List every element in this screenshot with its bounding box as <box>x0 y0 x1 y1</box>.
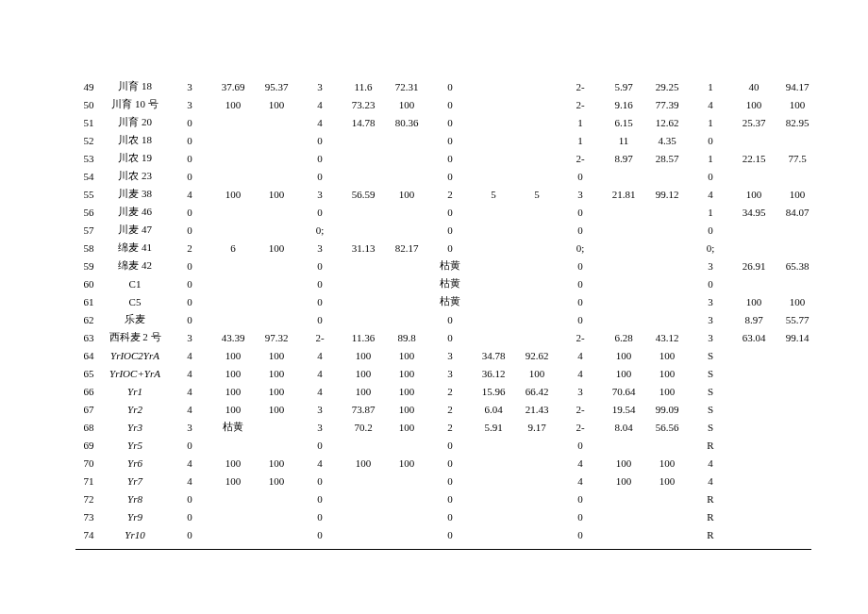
cell: 4 <box>689 185 732 203</box>
cell <box>776 490 819 507</box>
cell: 2- <box>559 418 602 436</box>
cell <box>776 418 819 436</box>
row-name: Yr6 <box>102 454 168 472</box>
cell: 19.54 <box>602 400 645 418</box>
cell: 100 <box>255 400 298 418</box>
cell: 100 <box>385 185 428 203</box>
row-name: YrIOC+YrA <box>102 364 168 382</box>
cell <box>645 490 689 507</box>
cell: 2- <box>559 400 602 418</box>
cell: 0 <box>428 221 472 239</box>
row-name: 绵麦 42 <box>102 257 168 274</box>
cell: 5.91 <box>472 418 515 436</box>
cell <box>385 149 428 167</box>
cell <box>385 274 428 292</box>
cell <box>515 131 559 149</box>
cell: 94.17 <box>776 77 819 95</box>
cell: 0 <box>298 149 342 167</box>
row-index: 49 <box>75 77 102 95</box>
cell: 2 <box>168 239 211 257</box>
cell <box>515 77 559 95</box>
cell: 100 <box>342 454 385 472</box>
cell: 3 <box>298 185 342 203</box>
cell: 4 <box>298 382 342 400</box>
cell: 4 <box>298 364 342 382</box>
row-name: 乐麦 <box>102 310 168 328</box>
cell: 2- <box>298 328 342 346</box>
cell: 3 <box>428 346 472 364</box>
cell <box>776 400 819 418</box>
cell <box>776 525 819 543</box>
cell: 4 <box>559 472 602 490</box>
row-index: 55 <box>75 185 102 203</box>
cell: 1 <box>689 149 732 167</box>
cell: 11 <box>602 131 645 149</box>
cell: 2- <box>559 328 602 346</box>
cell: 100 <box>255 346 298 364</box>
row-name: Yr1 <box>102 382 168 400</box>
cell <box>342 149 385 167</box>
cell <box>645 525 689 543</box>
row-name: C5 <box>102 292 168 310</box>
cell <box>732 274 776 292</box>
cell <box>776 364 819 382</box>
cell: 0 <box>168 436 211 454</box>
cell <box>776 221 819 239</box>
cell <box>732 418 776 436</box>
cell: 2- <box>559 149 602 167</box>
table-row: 55川麦 384100100356.59100255321.8199.12410… <box>75 185 819 203</box>
cell <box>472 310 515 328</box>
cell: 100 <box>255 364 298 382</box>
cell: 4 <box>689 95 732 113</box>
cell: 0 <box>168 203 211 221</box>
row-name: 川育 20 <box>102 113 168 131</box>
cell <box>255 507 298 525</box>
cell: 82.17 <box>385 239 428 257</box>
cell: 2 <box>428 382 472 400</box>
cell <box>602 203 645 221</box>
cell: 26.91 <box>732 257 776 274</box>
cell: 100 <box>255 239 298 257</box>
cell: 63.04 <box>732 328 776 346</box>
cell: 100 <box>211 346 255 364</box>
cell <box>211 149 255 167</box>
cell: S <box>689 364 732 382</box>
cell <box>732 239 776 257</box>
cell: 0 <box>428 328 472 346</box>
cell <box>602 310 645 328</box>
cell: 0 <box>428 525 472 543</box>
cell: 34.95 <box>732 203 776 221</box>
row-index: 69 <box>75 436 102 454</box>
cell: 89.8 <box>385 328 428 346</box>
data-table: 49川育 18337.6995.37311.672.3102-5.9729.25… <box>75 77 819 543</box>
cell: 99.14 <box>776 328 819 346</box>
table-row: 68Yr33枯黄370.210025.919.172-8.0456.56S <box>75 418 819 436</box>
cell <box>342 507 385 525</box>
table-row: 64YrIOC2YrA41001004100100334.7892.624100… <box>75 346 819 364</box>
cell <box>645 239 689 257</box>
cell <box>602 490 645 507</box>
cell: 9.16 <box>602 95 645 113</box>
cell <box>602 436 645 454</box>
cell: 0 <box>559 310 602 328</box>
cell: 100 <box>255 454 298 472</box>
cell: 3 <box>298 400 342 418</box>
row-name: 川麦 46 <box>102 203 168 221</box>
cell <box>385 310 428 328</box>
cell: 6.15 <box>602 113 645 131</box>
cell: 6.28 <box>602 328 645 346</box>
cell: 100 <box>211 185 255 203</box>
row-index: 73 <box>75 507 102 525</box>
cell: 100 <box>255 382 298 400</box>
cell: 0 <box>428 490 472 507</box>
cell: 21.81 <box>602 185 645 203</box>
cell <box>645 292 689 310</box>
cell <box>776 239 819 257</box>
cell <box>515 436 559 454</box>
cell <box>515 472 559 490</box>
cell <box>602 167 645 185</box>
cell <box>515 113 559 131</box>
cell <box>385 525 428 543</box>
cell: 14.78 <box>342 113 385 131</box>
cell <box>515 328 559 346</box>
